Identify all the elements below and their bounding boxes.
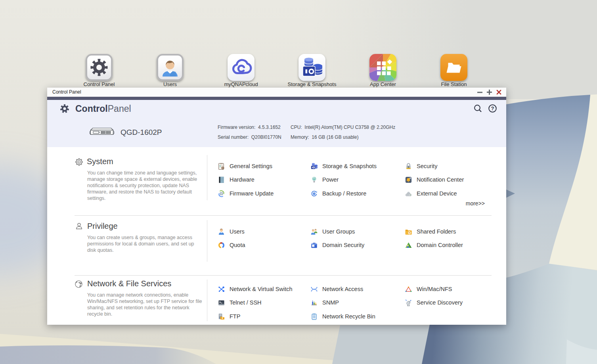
- svg-text:?: ?: [491, 105, 494, 111]
